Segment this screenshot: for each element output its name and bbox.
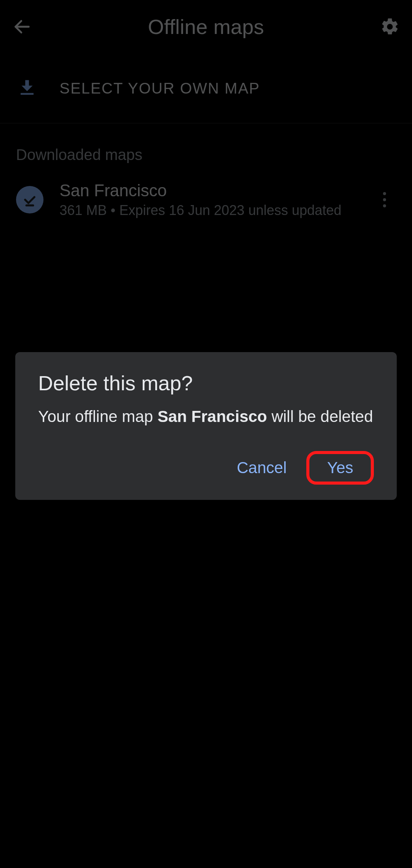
- yes-button[interactable]: Yes: [306, 451, 374, 485]
- dialog-title: Delete this map?: [38, 371, 374, 395]
- select-your-own-map-label: SELECT YOUR OWN MAP: [60, 80, 260, 97]
- checkmark-circle-icon: [16, 186, 43, 213]
- download-icon: [16, 76, 38, 100]
- dialog-actions: Cancel Yes: [38, 451, 374, 485]
- dialog-message-prefix: Your offline map: [38, 407, 158, 425]
- map-item-text: San Francisco 361 MB • Expires 16 Jun 20…: [60, 181, 357, 218]
- back-arrow-icon[interactable]: [11, 15, 34, 38]
- dialog-message: Your offline map San Francisco will be d…: [38, 406, 374, 427]
- overflow-menu-icon[interactable]: [373, 188, 396, 211]
- downloaded-maps-header: Downloaded maps: [0, 123, 412, 172]
- downloaded-map-item[interactable]: San Francisco 361 MB • Expires 16 Jun 20…: [0, 172, 412, 228]
- top-app-bar: Offline maps: [0, 0, 412, 53]
- cancel-button[interactable]: Cancel: [225, 452, 298, 484]
- dialog-message-suffix: will be deleted: [267, 407, 373, 425]
- dialog-message-map-name: San Francisco: [158, 407, 267, 425]
- map-item-name: San Francisco: [60, 181, 357, 200]
- select-your-own-map-row[interactable]: SELECT YOUR OWN MAP: [0, 53, 412, 123]
- settings-gear-icon[interactable]: [378, 15, 401, 38]
- map-item-subtitle: 361 MB • Expires 16 Jun 2023 unless upda…: [60, 202, 357, 218]
- delete-map-dialog: Delete this map? Your offline map San Fr…: [15, 352, 397, 500]
- page-title: Offline maps: [34, 15, 378, 39]
